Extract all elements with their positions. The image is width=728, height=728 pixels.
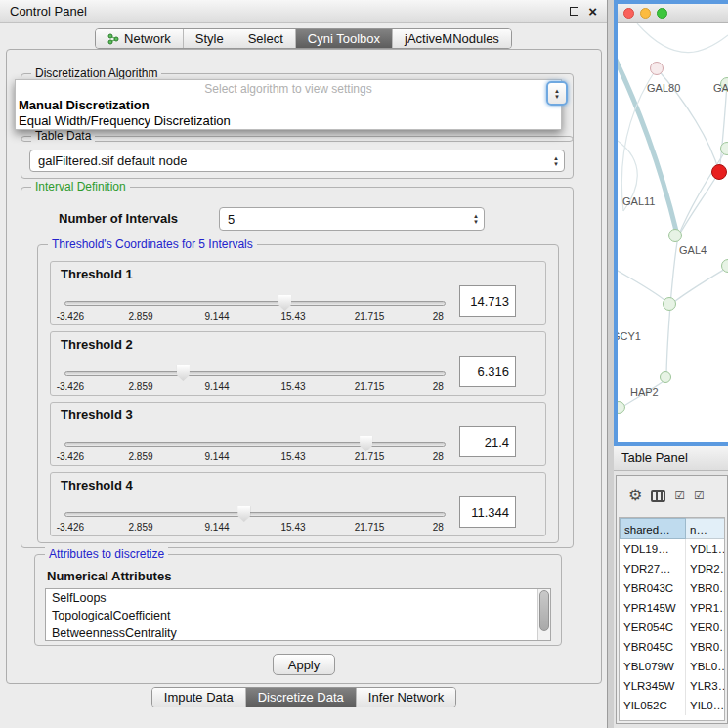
- network-node[interactable]: [721, 259, 728, 273]
- algorithm-option-manual[interactable]: Manual Discretization: [16, 98, 561, 113]
- slider-thumb[interactable]: [278, 295, 291, 311]
- tab-discretize-data[interactable]: Discretize Data: [245, 688, 356, 707]
- algorithm-option-equal-width[interactable]: Equal Width/Frequency Discretization: [16, 113, 561, 129]
- node-label: GAL11: [622, 195, 655, 207]
- combo-arrows-icon: ▲▼: [553, 155, 559, 167]
- list-item[interactable]: TopologicalCoefficient: [46, 607, 550, 624]
- threshold-1-panel: Threshold 1 -3.4262.8599.14415.4321.7152…: [50, 261, 546, 325]
- network-node[interactable]: [663, 297, 676, 311]
- slider-track[interactable]: [64, 442, 446, 447]
- gear-icon[interactable]: ⚙: [628, 488, 642, 503]
- table-row[interactable]: YDL19…YDL1…: [620, 539, 724, 559]
- scrollbar-thumb[interactable]: [539, 590, 549, 631]
- table-row[interactable]: YIL052CYIL0…: [620, 696, 724, 715]
- table-row[interactable]: YBR043CYBR0…: [620, 578, 724, 598]
- table-toolbar: ⚙ ☑ ☑: [617, 476, 727, 515]
- tab-impute-data[interactable]: Impute Data: [152, 688, 245, 707]
- bottom-tab-bar: Impute Data Discretize Data Infer Networ…: [0, 687, 608, 707]
- tab-select[interactable]: Select: [236, 29, 295, 48]
- slider-thumb[interactable]: [237, 506, 250, 522]
- list-item[interactable]: BetweennessCentrality: [46, 624, 550, 641]
- zoom-traffic-light[interactable]: [657, 8, 667, 19]
- threshold-4-slider[interactable]: [64, 506, 446, 522]
- threshold-3-slider[interactable]: [64, 436, 446, 451]
- combo-arrows-icon: ▲▼: [473, 213, 479, 225]
- apply-button[interactable]: Apply: [273, 654, 335, 675]
- number-of-intervals-combo[interactable]: 5 ▲▼: [219, 207, 485, 231]
- threshold-1-label: Threshold 1: [61, 267, 133, 281]
- select-all-checkbox-icon[interactable]: ☑: [674, 488, 685, 503]
- network-window-titlebar: [618, 4, 728, 23]
- threshold-3-panel: Threshold 3 -3.4262.8599.14415.4321.7152…: [50, 402, 546, 466]
- network-node[interactable]: [650, 62, 664, 75]
- threshold-2-value-field[interactable]: 6.316: [459, 356, 516, 387]
- close-icon[interactable]: ×: [588, 7, 597, 17]
- interval-definition-group-label: Interval Definition: [31, 180, 130, 193]
- arrow-down-icon: ▼: [554, 94, 560, 100]
- network-icon: [107, 33, 119, 45]
- control-panel-titlebar: Control Panel ×: [0, 0, 607, 23]
- attributes-group: Attributes to discretize Numerical Attri…: [34, 554, 562, 646]
- column-header-shared-name[interactable]: shared…: [620, 518, 686, 539]
- minimize-traffic-light[interactable]: [640, 8, 651, 19]
- table-panel-title: Table Panel: [621, 450, 688, 465]
- threshold-1-slider[interactable]: [64, 295, 446, 311]
- cyni-toolbox-pane: Discretization Algorithm Select algorith…: [6, 49, 602, 684]
- slider-track[interactable]: [64, 301, 446, 306]
- number-of-intervals-label: Number of Intervals: [59, 211, 178, 226]
- column-header-name[interactable]: n…: [686, 518, 724, 539]
- table-row[interactable]: YLR345WYLR3…: [620, 676, 724, 696]
- algorithm-placeholder: Select algorithm to view settings: [16, 80, 561, 98]
- select-none-checkbox-icon[interactable]: ☑: [694, 488, 705, 503]
- table-panel-body: ⚙ ☑ ☑ shared… n… YDL19…YDL1… YDR27…YDR2……: [616, 475, 728, 724]
- panel-title: Control Panel: [10, 4, 560, 19]
- tab-network[interactable]: Network: [96, 29, 183, 48]
- list-scrollbar[interactable]: [537, 589, 550, 640]
- table-data-group-label: Table Data: [31, 129, 95, 143]
- tab-jactivemnodules[interactable]: jActiveMNodules: [392, 29, 511, 48]
- threshold-1-axis: -3.4262.8599.14415.4321.71528: [64, 311, 446, 322]
- float-window-icon[interactable]: [570, 7, 578, 16]
- tab-infer-network[interactable]: Infer Network: [356, 688, 455, 707]
- table-row[interactable]: YDR27…YDR2…: [620, 559, 724, 578]
- threshold-1-value-field[interactable]: 14.713: [459, 285, 516, 317]
- network-node-highlighted[interactable]: [711, 164, 727, 180]
- attributes-group-label: Attributes to discretize: [45, 547, 168, 561]
- network-canvas[interactable]: GAL80 GA GAL11 GAL4 GCY1 HAP2: [618, 23, 728, 442]
- algorithm-dropdown-popup: Select algorithm to view settings Manual…: [15, 79, 562, 130]
- table-header-row: shared… n…: [620, 518, 724, 539]
- table-row[interactable]: YBR045CYBR0…: [620, 637, 724, 657]
- columns-icon[interactable]: [651, 490, 665, 502]
- node-label: HAP2: [630, 386, 659, 398]
- node-label: GCY1: [618, 330, 641, 342]
- table-panel: Table Panel ⚙ ☑ ☑ shared… n… YDL19…YDL1……: [614, 446, 728, 728]
- slider-thumb[interactable]: [360, 436, 372, 451]
- slider-track[interactable]: [64, 371, 446, 376]
- interval-definition-group: Interval Definition Number of Intervals …: [21, 187, 574, 548]
- tab-cyni-toolbox[interactable]: Cyni Toolbox: [295, 29, 392, 48]
- table-row[interactable]: YER054CYER0…: [620, 618, 724, 637]
- node-label: GAL4: [679, 244, 707, 256]
- close-traffic-light[interactable]: [623, 8, 634, 19]
- thresholds-group: Threshold's Coordinates for 5 Intervals …: [37, 244, 559, 543]
- table-row[interactable]: YPR145WYPR1…: [620, 598, 724, 618]
- threshold-4-value-field[interactable]: 11.344: [459, 496, 516, 528]
- numerical-attributes-list: SelfLoops TopologicalCoefficient Between…: [45, 588, 551, 641]
- network-node[interactable]: [668, 229, 682, 242]
- table-data-combo[interactable]: galFiltered.sif default node ▲▼: [29, 150, 565, 172]
- node-label: GA: [713, 82, 728, 94]
- table-data-group: Table Data galFiltered.sif default node …: [21, 136, 574, 179]
- tab-style[interactable]: Style: [183, 29, 236, 48]
- list-item[interactable]: SelfLoops: [46, 589, 550, 607]
- threshold-3-label: Threshold 3: [61, 407, 133, 422]
- threshold-4-label: Threshold 4: [61, 478, 133, 492]
- network-node[interactable]: [660, 371, 671, 383]
- slider-track[interactable]: [64, 512, 446, 517]
- threshold-3-value-field[interactable]: 21.4: [459, 426, 516, 457]
- slider-thumb[interactable]: [177, 365, 190, 381]
- table-panel-titlebar: Table Panel: [614, 446, 728, 471]
- algorithm-combo-arrows-button[interactable]: ▲ ▼: [546, 81, 568, 106]
- threshold-2-slider[interactable]: [64, 365, 446, 381]
- table-row[interactable]: YBL079WYBL0…: [620, 657, 724, 676]
- network-node[interactable]: [720, 142, 728, 155]
